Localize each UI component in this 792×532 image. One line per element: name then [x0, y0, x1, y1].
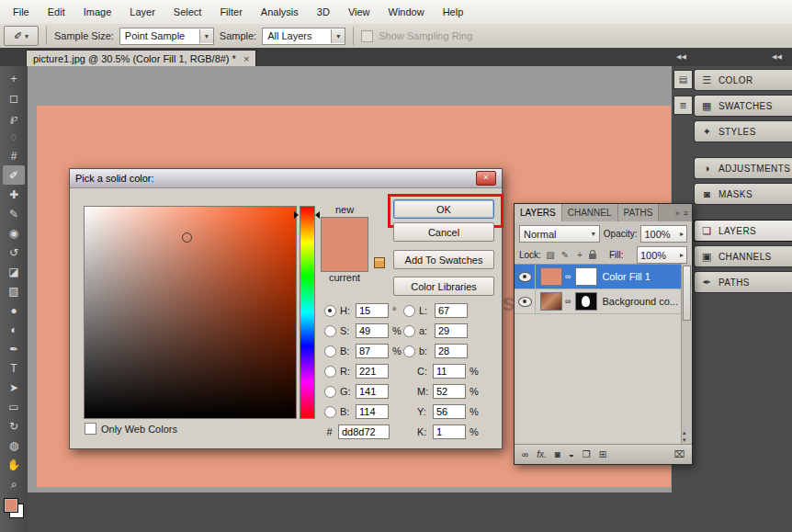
delete-layer-icon[interactable]: ⌧	[673, 449, 685, 459]
menu-select[interactable]: Select	[164, 6, 211, 17]
h-radio[interactable]	[324, 305, 336, 317]
opacity-field[interactable]: 100% ▸	[640, 225, 687, 243]
shape-tool[interactable]: ▭	[3, 397, 25, 416]
visibility-cell[interactable]	[515, 289, 536, 313]
l-input[interactable]	[435, 303, 468, 318]
layer-row-color-fill[interactable]: ∞ Color Fill 1	[515, 265, 692, 289]
lock-transparency-icon[interactable]: ▨	[545, 250, 556, 260]
new-adjustment-layer-icon[interactable]: ◒	[569, 449, 574, 459]
layers-scrollbar[interactable]: ▴ ▾	[681, 264, 692, 445]
a-radio[interactable]	[403, 325, 415, 337]
panel-menu-icon[interactable]: ≡	[684, 209, 688, 218]
mask-link-icon[interactable]: ∞	[565, 272, 571, 281]
collapsed-panel-button-1[interactable]: ▤	[673, 70, 693, 89]
current-color-swatch[interactable]	[322, 244, 368, 271]
dialog-title-bar[interactable]: Pick a solid color: ×	[70, 169, 502, 188]
menu-3d[interactable]: 3D	[308, 6, 339, 17]
tab-channels[interactable]: CHANNEL	[562, 204, 618, 221]
hex-input[interactable]	[338, 424, 390, 439]
add-to-swatches-button[interactable]: Add To Swatches	[393, 250, 494, 269]
blend-mode-select[interactable]: Normal ▾	[519, 225, 600, 243]
h-input[interactable]	[356, 303, 389, 318]
b-radio[interactable]	[324, 345, 336, 357]
panel-button-adjustments[interactable]: ◑ ADJUSTMENTS	[694, 157, 792, 179]
link-layers-icon[interactable]: ∞	[522, 449, 528, 459]
menu-layer[interactable]: Layer	[120, 6, 164, 17]
scroll-up-icon[interactable]: ▴	[683, 429, 686, 436]
r-radio[interactable]	[324, 366, 336, 378]
panel-button-channels[interactable]: ▣ CHANNELS	[694, 245, 792, 267]
history-brush-tool[interactable]: ↺	[3, 243, 25, 262]
b-input[interactable]	[356, 344, 389, 358]
close-icon[interactable]: ×	[476, 171, 496, 186]
only-web-colors-checkbox[interactable]	[85, 423, 96, 435]
layer-mask-thumbnail[interactable]	[575, 292, 597, 311]
fill-field[interactable]: 100% ▸	[637, 246, 687, 264]
hue-marker-right-icon[interactable]	[315, 211, 320, 219]
s-input[interactable]	[356, 323, 389, 338]
tab-layers[interactable]: LAYERS	[515, 204, 562, 221]
document-tab[interactable]: picture1.jpg @ 30.5% (Color Fill 1, RGB/…	[26, 50, 256, 67]
y-input[interactable]	[433, 404, 466, 419]
brush-tool[interactable]: ✎	[3, 204, 25, 223]
marquee-tool[interactable]: ◻	[3, 88, 25, 108]
menu-view[interactable]: View	[339, 6, 379, 17]
k-input[interactable]	[433, 424, 466, 439]
hue-slider[interactable]	[300, 206, 315, 419]
lock-position-icon[interactable]: +	[574, 250, 585, 260]
collapsed-panel-button-2[interactable]: ≣	[673, 96, 693, 115]
path-selection-tool[interactable]: ➤	[3, 378, 25, 397]
pen-tool[interactable]: ✒	[3, 339, 25, 358]
add-layer-mask-icon[interactable]: ◙	[555, 449, 560, 459]
scroll-down-icon[interactable]: ▾	[683, 436, 686, 444]
move-tool[interactable]: +	[3, 69, 25, 88]
panel-button-paths[interactable]: ✒ PATHS	[694, 271, 792, 293]
s-radio[interactable]	[324, 325, 336, 337]
layer-row-background-copy[interactable]: ∞ Background co...	[515, 289, 692, 314]
show-sampling-ring-checkbox[interactable]	[361, 30, 373, 42]
collapse-dock-button[interactable]: ◀◀	[772, 53, 782, 61]
panel-button-masks[interactable]: ◙ MASKS	[694, 183, 792, 205]
c-input[interactable]	[433, 364, 466, 379]
3d-orbit-tool[interactable]: ◍	[3, 436, 25, 455]
panel-collapse-icon[interactable]: »	[675, 209, 680, 218]
cancel-button[interactable]: Cancel	[393, 222, 494, 242]
g-radio[interactable]	[324, 386, 336, 398]
panel-button-styles[interactable]: ✦ STYLES	[694, 120, 792, 142]
ok-button[interactable]: OK	[393, 199, 494, 219]
color-field-marker[interactable]	[182, 232, 192, 243]
sample-size-dropdown[interactable]: Point Sample ▾	[119, 28, 214, 45]
type-tool[interactable]: T	[3, 358, 25, 378]
panel-button-color[interactable]: ☰ COLOR	[694, 69, 792, 91]
close-icon[interactable]: ×	[243, 53, 249, 64]
3d-rotate-tool[interactable]: ↻	[3, 416, 25, 436]
blur-tool[interactable]: ●	[3, 300, 25, 320]
menu-help[interactable]: Help	[434, 6, 473, 17]
zoom-tool[interactable]: ⌕	[3, 474, 25, 493]
lab-b-radio[interactable]	[403, 345, 415, 357]
tool-preset-picker[interactable]: ✐ ▾	[4, 26, 39, 46]
quick-selection-tool[interactable]: ◌	[3, 127, 25, 146]
web-color-cube-icon[interactable]	[374, 257, 385, 268]
lasso-tool[interactable]: ℘	[3, 108, 25, 127]
menu-window[interactable]: Window	[379, 6, 434, 17]
layer-mask-thumbnail[interactable]	[575, 267, 597, 286]
visibility-cell[interactable]	[515, 265, 536, 289]
l-radio[interactable]	[403, 305, 415, 317]
mask-link-icon[interactable]: ∞	[565, 297, 571, 306]
rgb-b-input[interactable]	[356, 404, 389, 419]
clone-stamp-tool[interactable]: ◉	[3, 223, 25, 243]
m-input[interactable]	[433, 384, 466, 399]
new-layer-icon[interactable]: ⊞	[599, 449, 606, 459]
rgb-b-radio[interactable]	[324, 406, 336, 418]
foreground-color-swatch[interactable]	[4, 498, 18, 513]
new-group-icon[interactable]: ❐	[583, 449, 591, 459]
menu-filter[interactable]: Filter	[210, 6, 251, 17]
menu-image[interactable]: Image	[74, 6, 121, 17]
menu-edit[interactable]: Edit	[39, 6, 74, 17]
eraser-tool[interactable]: ◪	[3, 262, 25, 281]
collapse-to-icons-button[interactable]: ◀◀	[676, 53, 686, 61]
scrollbar-thumb[interactable]	[683, 266, 691, 321]
gradient-tool[interactable]: ▧	[3, 281, 25, 300]
sample-dropdown[interactable]: All Layers ▾	[262, 28, 345, 45]
